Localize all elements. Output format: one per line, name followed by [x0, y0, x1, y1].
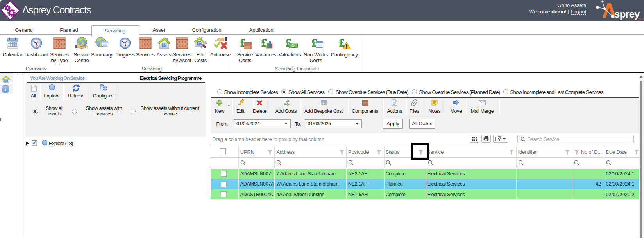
svg-text:i: i: [5, 87, 6, 92]
svg-text:SOLUTIONS: SOLUTIONS: [625, 18, 644, 20]
